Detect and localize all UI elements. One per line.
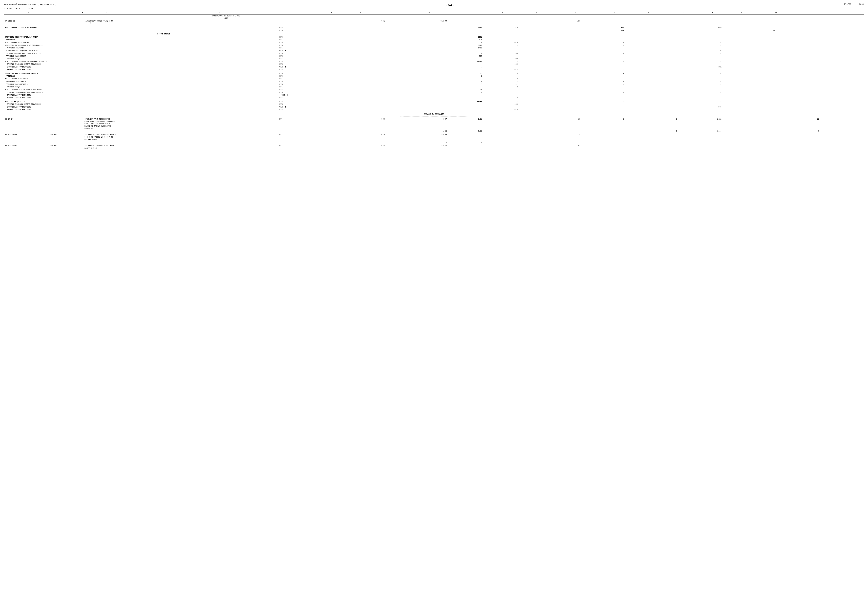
doc-code2: А.IX — [29, 8, 33, 10]
santech-smetzp: СМЕТНАЯ ЗАРАБОТНАЯ ПЛАТА – РУБ. – 8 – – — [4, 96, 864, 99]
main-table: 1 : 2 I 3 I 4 I 5 I 6 5 7 I 8 — [4, 11, 864, 152]
row67-c7: 126 — [577, 20, 580, 22]
in-that-number: В ТОМ ЧИСЛЕ: — [157, 33, 170, 35]
row67-desc: –АСБЕСТОВАЯ ПРЯДЬ ТОЛЩ 5 ММ — [85, 20, 113, 22]
column-header-row: 1 : 2 I 3 I 4 I 5 I 6 5 7 I 8 — [4, 11, 864, 15]
norm-trud3-label: НОРМАТИВНАЯ ТРУДОЕМКОСТЬ – — [6, 106, 33, 108]
cost-item-smetzp2: СМЕТНАЯ ЗАРАБОТНАЯ ПЛАТА – РУБ. – 673 – … — [4, 68, 864, 71]
normatv-uch-label: НОРМАТИВ.УСЛОВНО–ЧИСТАЯ ПРОДУКЦИЯ – — [6, 103, 43, 105]
row-88-sub: 1,26 0,66 3 0,66 4 — [4, 130, 864, 133]
santech-vsego: ВСЕГО СТОИМОСТЬ САНТЕХНИЧЕСКИХ РАБОТ – Р… — [4, 89, 864, 91]
cost-item-vsego-obsh: ВСЕГО СТОИМОСТЬ ОБЩЕСТРОИТЕЛЬНЫХ РАБОТ –… — [4, 60, 864, 63]
section4-title-row: РАЗДЕЛ 4. ПЛОЩАДКИ — [4, 113, 864, 115]
cost-item-planucp: ПЛАНОВЫЕ НУЦП – РУБ. – 299 – – — [4, 57, 864, 60]
section4-title: РАЗДЕЛ 4. ПЛОЩАДКИ — [424, 113, 444, 115]
row-67: 67 С111–12 –АСБЕСТОВАЯ ПРЯДЬ ТОЛЩ 5 ММТ … — [4, 20, 864, 25]
itogo-razdel3-row: ИТОГО ПО РАЗДЕЛУ 3 РУБ. 10796 – – – — [4, 100, 864, 103]
cost-item-mat: МАТЕРИАЛЫ – РУБ. 576 – – – — [4, 39, 864, 41]
v-tom-chisle-row: В ТОМ ЧИСЛЕ: — [4, 33, 864, 36]
row-98: 98 698–18491 ЦОЦ8–504 –СТОИМОСТЬ ПЛОСКИХ… — [4, 144, 864, 150]
row67-c6: – — [465, 20, 465, 22]
itogo-pryamye-row: ИТОГО ПРЯМЫЕ ЗАТРАТЫ ПО РАЗДЕЛУ 3 РУБ. 8… — [4, 26, 864, 29]
santech-normtrud: НОРМАТИВНАЯ ТРУДОЕМКОСТЬ – · ЧЕЛ.–Ч – – … — [4, 94, 864, 97]
row-98-sub: – – — [4, 150, 864, 152]
doc-number: -54- — [445, 3, 455, 7]
row-99: 99 688–16495 ЦСЦ8–583 –СТОИМОСТЬ ПЛИТ ПЛ… — [4, 134, 864, 141]
itogo-pryamye-row2: РУБ. 114 159 — [4, 29, 864, 32]
santech-mat: МАТЕРИАЛЫ – РУБ. 8 – – – — [4, 75, 864, 78]
cost-item-norm-usl: НОРМАТИВ.УСЛОВНО–ЧИСТАЯ ПРОДУКЦИЯ – РУБ.… — [4, 63, 864, 66]
header: ПРОГРАММНЫЙ КОМПЛЕКС АВС-ЗЕС ( РЕДАКЦИЯ … — [4, 3, 864, 10]
santech-planak: ПЛАНОВЫЕ НАКОПЛЕНИЯ – РУБ. 1 –. – – — [4, 83, 864, 86]
itogo-razdel3-label: ИТОГО ПО РАЗДЕЛУ — [5, 101, 21, 102]
cost-item-0: СТОИМОСТЬ ОБЩЕСТРОИТЕЛЬНЫХ РАБОТ – РУБ. … — [4, 36, 864, 39]
santech-stoimost: СТОИМОСТЬ САНТЕХНИЧЕСКИХ РАБОТ – РУБ. 13… — [4, 72, 864, 75]
section3-summary-label: ИТОГО ПРЯМЫЕ ЗАТРАТЫ ПО РАЗДЕЛУ — [5, 27, 37, 29]
santech-nakl: НАКЛАДНЫЕ РАСХОДЫ – РУБ. – 2 – – — [4, 80, 864, 83]
program-title: ПРОГРАММНЫЙ КОМПЛЕКС АВС-ЗЕС ( РЕДАКЦИЯ … — [4, 3, 56, 6]
santech-zp: ВСЕГО ЗАРАБОТНАЯ ПЛАТА– РУБ. – 8 – – — [4, 78, 864, 80]
smetnaya-zp3-label: СМЕТНАЯ ЗАРАБОТНАЯ ПЛАТА – — [6, 109, 33, 111]
row-88-e7-24: 88 E7–24 –УКЛАДКА ПЛИТ ПЕРЕКРЫТИЯ ПОДЗЕМ… — [4, 118, 864, 130]
row67-c4: 9,41 — [380, 20, 385, 22]
ref-num1: 571720 — [844, 3, 851, 5]
smetnaya-zp3-row: СМЕТНАЯ ЗАРАБОТНАЯ ПЛАТА – РУБ. – 676 – … — [4, 108, 864, 111]
section4-dashes: ========================================… — [4, 115, 864, 118]
cost-item-stmat: СТОИМОСТЬ МАТЕРИАЛОВ И КОНСТРУКЦИЯ – РУБ… — [4, 44, 864, 47]
cost-item-nakl: НАКЛАДНЫЕ РАСХОДЫ – РУБ. 1412 – – – — [4, 47, 864, 50]
normatv-uch-row: НОРМАТИВ.УСЛОВНО–ЧИСТАЯ ПРОДУКЦИЯ – РУБ.… — [4, 103, 864, 106]
santech-planucp: ПЛАНОВЫЕ НУЦП – РУБ., – 2 – – — [4, 86, 864, 89]
ref-num2: 9861 — [859, 3, 864, 5]
cost-item-planak: ПЛАНОВЫЕ НАКОПЛЕНИЯ – РУБ. 797 – – – — [4, 55, 864, 58]
item88-code1: 88 E7–24 — [5, 118, 13, 120]
cost-item-norm-trud2: НОРМАТИВНАЯ ТРУДОЕМКОСТЬ – ЧЕЛ.–Ч – . – … — [4, 66, 864, 69]
row67-code: 67 С111–12 — [5, 20, 15, 22]
doc-code1: Т.П.90I-I-86.87 — [4, 8, 21, 10]
cost-item-normtrud: НОРМАТИВНАЯ ТРУДОЕМКОСТЬ В Н.Р. – ЧЕЛ.–Ч… — [4, 50, 864, 52]
norm-trud3-row: НОРМАТИВНАЯ ТРУДОЕМКОСТЬ – ЧЕЛ.–Ч – – – … — [4, 106, 864, 108]
row-99-sub: – – — [4, 141, 864, 144]
cost-item-smetzp: СМЕТНАЯ ЗАРАБОТНАЯ ПЛАТА В Н.Р. – РУБ. –… — [4, 52, 864, 55]
santech-normusl: НОРМАТИВ.УСЛОВНО–ЧИСТАЯ ПРОДУКЦИЯ – РУБ.… — [4, 91, 864, 94]
cost-item-zp: ВСЕГО ЗАРАБОТНАЯ ПЛАТА– РУБ. – 419 – – — [4, 41, 864, 44]
row67-c5: 312,99 — [441, 20, 447, 22]
row-prоkladkami: ПРОКЛАДКАМИ НА КЛЕВ В 1 РЯД188М — [4, 15, 864, 20]
